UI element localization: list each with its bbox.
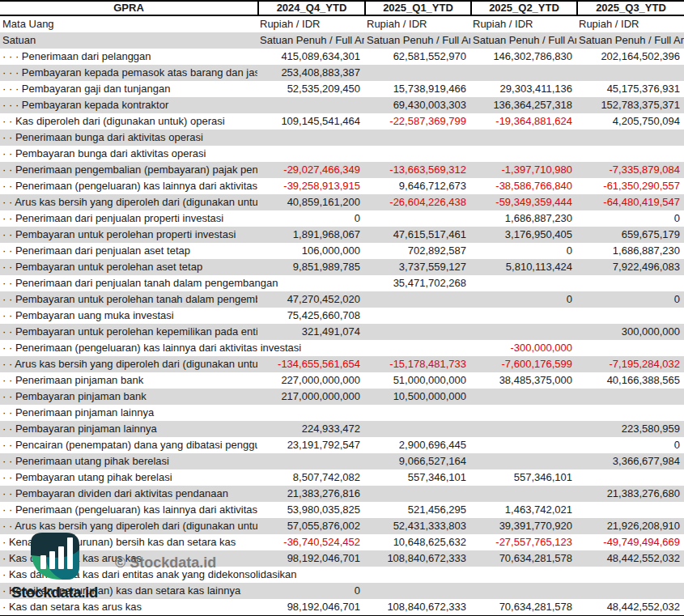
cell-value: 51,000,000,000 <box>364 372 470 389</box>
cell-value: 39,391,770,920 <box>470 518 576 534</box>
cell-value: 0 <box>576 291 684 308</box>
cell-value: 47,615,517,461 <box>364 227 470 243</box>
table-row: · · Penerimaan pengembalian (pembayaran)… <box>0 162 684 178</box>
row-label: · · · Penerimaan dari pelanggan <box>0 49 257 65</box>
cell-value: 3,176,950,405 <box>470 227 576 243</box>
row-label: · · Penerimaan (pengeluaran) kas lainnya… <box>0 178 257 194</box>
cell-value <box>470 583 576 599</box>
cell-value: 98,192,046,701 <box>257 550 364 567</box>
cell-value: 57,055,876,002 <box>257 518 364 534</box>
row-label: · · · Pembayaran kepada pemasok atas bar… <box>0 65 257 81</box>
cell-value: 300,000,000 <box>576 324 684 340</box>
cell-value: -26,604,226,438 <box>364 194 470 210</box>
cell-value: 136,364,257,318 <box>470 97 576 113</box>
cell-value: Rupiah / IDR <box>364 16 470 32</box>
cell-value: -300,000,000 <box>470 340 576 356</box>
cell-value: 21,383,276,816 <box>257 486 364 502</box>
cell-value: 0 <box>470 243 576 259</box>
table-row: · · Pembayaran utang pihak berelasi8,507… <box>0 469 684 486</box>
stockdata-logo: Stockdata.id <box>11 531 141 601</box>
row-label: · · Pembayaran utang pihak berelasi <box>0 469 257 486</box>
cell-value: 0 <box>257 583 364 599</box>
cell-value: -39,258,913,915 <box>257 178 364 194</box>
table-row: · · Penerimaan dari penjualan aset tetap… <box>0 243 684 259</box>
table-row: · · Pembayaran untuk perolehan aset teta… <box>0 259 684 275</box>
cell-value: 217,000,000,000 <box>257 389 364 405</box>
table-row: · · Penerimaan dari penjualan properti i… <box>0 210 684 227</box>
cell-value <box>364 340 470 356</box>
table-row: · · · Pembayaran gaji dan tunjangan52,53… <box>0 81 684 97</box>
cell-value: 98,192,046,701 <box>257 599 364 615</box>
table-row: · · Pembayaran untuk perolehan tanah dal… <box>0 291 684 308</box>
table-row: · · Penerimaan pinjaman lainnya <box>0 405 684 421</box>
cell-value: 10,500,000,000 <box>364 389 470 405</box>
cell-value: -49,749,494,669 <box>576 534 684 550</box>
cell-value: 202,164,502,396 <box>576 49 684 65</box>
table-row: · · Penerimaan (pengeluaran) kas lainnya… <box>0 340 684 356</box>
row-label: · · Penerimaan pinjaman bank <box>0 372 257 389</box>
cell-value: 106,000,000 <box>257 243 364 259</box>
cell-value <box>576 583 684 599</box>
cell-value: 48,442,552,032 <box>576 550 684 567</box>
cell-value: -38,586,766,840 <box>470 178 576 194</box>
cell-value: -59,349,359,444 <box>470 194 576 210</box>
cell-value <box>470 308 576 324</box>
row-label: Satuan <box>0 32 257 49</box>
cell-value: 23,191,792,547 <box>257 437 364 453</box>
cell-value: 40,859,161,200 <box>257 194 364 210</box>
cell-value <box>257 146 364 162</box>
cell-value: 109,145,541,464 <box>257 113 364 130</box>
stockdata-logo-icon <box>29 531 81 581</box>
table-row: · · Pembayaran untuk perolehan kepemilik… <box>0 324 684 340</box>
cell-value: 253,408,883,387 <box>257 65 364 81</box>
row-label: · · Penerimaan pinjaman lainnya <box>0 405 257 421</box>
table-row: · · · Penerimaan dari pelanggan415,089,6… <box>0 49 684 65</box>
row-label: · · Penerimaan dari penjualan properti i… <box>0 210 257 227</box>
row-label: · · Pencairan (penempatan) dana yang dib… <box>0 437 257 453</box>
stockdata-logo-wordmark: Stockdata.id <box>11 584 141 601</box>
row-label: · · Arus kas bersih yang diperoleh dari … <box>0 356 257 372</box>
cell-value <box>364 210 470 227</box>
cell-value <box>470 146 576 162</box>
cell-value <box>576 340 684 356</box>
cell-value: -134,655,561,654 <box>257 356 364 372</box>
table-row: · · Pembayaran untuk perolehan properti … <box>0 227 684 243</box>
row-label: · · Penerimaan dari penjualan tanah dala… <box>0 275 257 291</box>
row-label: · · Penerimaan bunga dari aktivitas oper… <box>0 130 257 146</box>
cell-value <box>576 469 684 486</box>
cashflow-table: GPRA 2024_Q4_YTD 2025_Q1_YTD 2025_Q2_YTD… <box>0 0 684 616</box>
table-row: · · Arus kas bersih yang diperoleh dari … <box>0 356 684 372</box>
cell-value: 5,810,113,424 <box>470 259 576 275</box>
cell-value: 415,089,634,301 <box>257 49 364 65</box>
table-row: · · Penerimaan bunga dari aktivitas oper… <box>0 130 684 146</box>
cell-value <box>257 97 364 113</box>
cell-value <box>470 405 576 421</box>
cell-value: 53,980,035,825 <box>257 502 364 518</box>
cell-value: Satuan Penuh / Full Amount <box>576 32 684 49</box>
cell-value: 2,900,696,445 <box>364 437 470 453</box>
cell-value: 9,066,527,164 <box>364 453 470 469</box>
cell-value <box>576 308 684 324</box>
cell-value: 48,442,552,032 <box>576 599 684 615</box>
cell-value <box>576 567 684 583</box>
cell-value: 29,303,411,136 <box>470 81 576 97</box>
period-header-cell: 2025_Q2_YTD <box>470 2 576 15</box>
table-row: · · Penerimaan (pengeluaran) kas lainnya… <box>0 178 684 194</box>
row-label: · · Pembayaran bunga dari aktivitas oper… <box>0 146 257 162</box>
cell-value: 1,686,887,230 <box>470 210 576 227</box>
cell-value: Rupiah / IDR <box>470 16 576 32</box>
cell-value: -15,178,481,733 <box>364 356 470 372</box>
row-label: · · Penerimaan pengembalian (pembayaran)… <box>0 162 257 178</box>
cell-value: Rupiah / IDR <box>576 16 684 32</box>
row-label: · · Arus kas bersih yang diperoleh dari … <box>0 194 257 210</box>
table-row: · · Pembayaran uang muka investasi75,425… <box>0 308 684 324</box>
table-row: · · Kas diperoleh dari (digunakan untuk)… <box>0 113 684 130</box>
table-header-row: GPRA 2024_Q4_YTD 2025_Q1_YTD 2025_Q2_YTD… <box>0 0 684 16</box>
cell-value: -29,027,466,349 <box>257 162 364 178</box>
cell-value <box>364 486 470 502</box>
cell-value: Satuan Penuh / Full Amount <box>364 32 470 49</box>
cell-value: 21,383,276,680 <box>576 486 684 502</box>
row-label: · · Pembayaran pinjaman bank <box>0 389 257 405</box>
cell-value: -7,195,284,032 <box>576 356 684 372</box>
cell-value: 35,471,702,268 <box>364 275 470 291</box>
